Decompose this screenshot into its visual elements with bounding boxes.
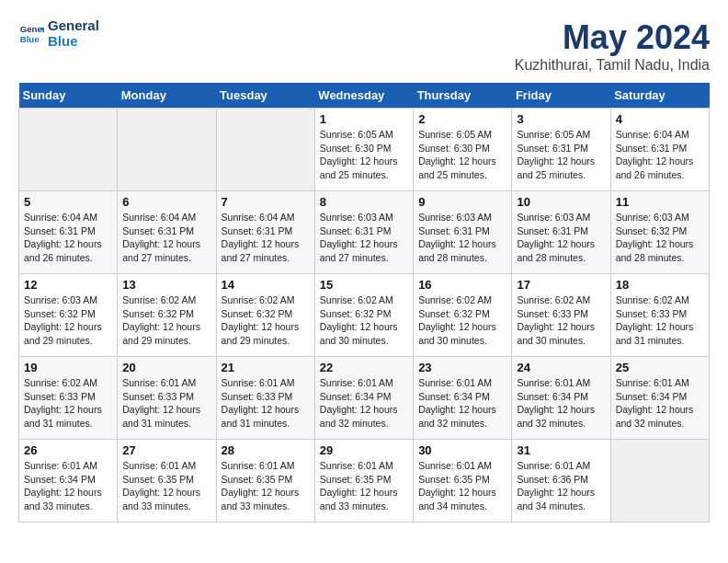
- day-number: 22: [320, 361, 408, 374]
- day-info: Sunrise: 6:04 AM Sunset: 6:31 PM Dayligh…: [24, 211, 112, 265]
- calendar-day: 2Sunrise: 6:05 AM Sunset: 6:30 PM Daylig…: [414, 109, 512, 191]
- day-number: 1: [320, 112, 408, 126]
- calendar-day: 24Sunrise: 6:01 AM Sunset: 6:34 PM Dayli…: [512, 357, 610, 440]
- logo-icon: General Blue: [18, 21, 44, 47]
- day-info: Sunrise: 6:01 AM Sunset: 6:34 PM Dayligh…: [616, 376, 704, 431]
- calendar-day: 6Sunrise: 6:04 AM Sunset: 6:31 PM Daylig…: [118, 191, 216, 274]
- calendar-day: 14Sunrise: 6:02 AM Sunset: 6:32 PM Dayli…: [216, 274, 314, 357]
- calendar-day: 7Sunrise: 6:04 AM Sunset: 6:31 PM Daylig…: [216, 191, 314, 274]
- day-info: Sunrise: 6:02 AM Sunset: 6:32 PM Dayligh…: [222, 293, 310, 348]
- day-info: Sunrise: 6:02 AM Sunset: 6:32 PM Dayligh…: [320, 293, 408, 348]
- day-number: 17: [517, 278, 605, 292]
- day-info: Sunrise: 6:03 AM Sunset: 6:32 PM Dayligh…: [24, 293, 112, 348]
- calendar-day: 16Sunrise: 6:02 AM Sunset: 6:32 PM Dayli…: [414, 274, 512, 357]
- svg-text:General: General: [20, 24, 44, 34]
- logo-text: GeneralBlue: [48, 18, 99, 49]
- day-info: Sunrise: 6:04 AM Sunset: 6:31 PM Dayligh…: [222, 211, 310, 265]
- day-number: 16: [418, 278, 506, 292]
- day-number: 12: [24, 278, 112, 292]
- empty-day: [19, 109, 118, 191]
- day-info: Sunrise: 6:03 AM Sunset: 6:31 PM Dayligh…: [418, 211, 506, 265]
- day-number: 6: [122, 195, 210, 209]
- weekday-header: Wednesday: [314, 83, 413, 109]
- day-info: Sunrise: 6:01 AM Sunset: 6:35 PM Dayligh…: [222, 459, 310, 513]
- day-info: Sunrise: 6:01 AM Sunset: 6:33 PM Dayligh…: [222, 376, 310, 431]
- day-info: Sunrise: 6:05 AM Sunset: 6:30 PM Dayligh…: [320, 128, 408, 182]
- day-number: 27: [122, 443, 210, 457]
- weekday-header: Thursday: [414, 83, 512, 109]
- calendar-day: 22Sunrise: 6:01 AM Sunset: 6:34 PM Dayli…: [314, 357, 413, 440]
- day-info: Sunrise: 6:05 AM Sunset: 6:31 PM Dayligh…: [517, 128, 605, 182]
- location: Kuzhithurai, Tamil Nadu, India: [515, 57, 710, 74]
- day-number: 14: [222, 278, 310, 292]
- day-number: 29: [320, 443, 408, 457]
- calendar-day: 13Sunrise: 6:02 AM Sunset: 6:32 PM Dayli…: [118, 274, 216, 357]
- empty-day: [118, 109, 216, 191]
- day-number: 2: [418, 112, 506, 126]
- weekday-header: Friday: [512, 83, 610, 109]
- day-info: Sunrise: 6:03 AM Sunset: 6:31 PM Dayligh…: [517, 211, 605, 265]
- calendar-day: 28Sunrise: 6:01 AM Sunset: 6:35 PM Dayli…: [216, 440, 314, 523]
- weekday-header: Monday: [118, 83, 216, 109]
- day-number: 8: [320, 195, 408, 209]
- day-info: Sunrise: 6:01 AM Sunset: 6:36 PM Dayligh…: [517, 459, 605, 513]
- calendar-day: 19Sunrise: 6:02 AM Sunset: 6:33 PM Dayli…: [19, 357, 118, 440]
- day-number: 20: [122, 361, 210, 374]
- day-number: 18: [616, 278, 704, 292]
- day-info: Sunrise: 6:02 AM Sunset: 6:33 PM Dayligh…: [616, 293, 704, 348]
- day-number: 7: [222, 195, 310, 209]
- empty-day: [216, 109, 314, 191]
- calendar-day: 26Sunrise: 6:01 AM Sunset: 6:34 PM Dayli…: [19, 440, 118, 523]
- calendar-day: 12Sunrise: 6:03 AM Sunset: 6:32 PM Dayli…: [19, 274, 118, 357]
- day-info: Sunrise: 6:01 AM Sunset: 6:35 PM Dayligh…: [122, 459, 210, 513]
- calendar-day: 18Sunrise: 6:02 AM Sunset: 6:33 PM Dayli…: [610, 274, 709, 357]
- calendar-day: 3Sunrise: 6:05 AM Sunset: 6:31 PM Daylig…: [512, 109, 610, 191]
- day-number: 19: [24, 361, 112, 374]
- calendar-day: 20Sunrise: 6:01 AM Sunset: 6:33 PM Dayli…: [118, 357, 216, 440]
- title-block: May 2024 Kuzhithurai, Tamil Nadu, India: [515, 18, 710, 74]
- day-info: Sunrise: 6:04 AM Sunset: 6:31 PM Dayligh…: [616, 128, 704, 182]
- calendar-day: 1Sunrise: 6:05 AM Sunset: 6:30 PM Daylig…: [314, 109, 413, 191]
- day-number: 13: [122, 278, 210, 292]
- day-number: 5: [24, 195, 112, 209]
- day-info: Sunrise: 6:03 AM Sunset: 6:32 PM Dayligh…: [616, 211, 704, 265]
- calendar-day: 11Sunrise: 6:03 AM Sunset: 6:32 PM Dayli…: [610, 191, 709, 274]
- calendar-day: 25Sunrise: 6:01 AM Sunset: 6:34 PM Dayli…: [610, 357, 709, 440]
- day-info: Sunrise: 6:01 AM Sunset: 6:33 PM Dayligh…: [122, 376, 210, 431]
- day-info: Sunrise: 6:02 AM Sunset: 6:32 PM Dayligh…: [418, 293, 506, 348]
- day-info: Sunrise: 6:03 AM Sunset: 6:31 PM Dayligh…: [320, 211, 408, 265]
- calendar-day: 29Sunrise: 6:01 AM Sunset: 6:35 PM Dayli…: [314, 440, 413, 523]
- day-number: 3: [517, 112, 605, 126]
- calendar-day: 4Sunrise: 6:04 AM Sunset: 6:31 PM Daylig…: [610, 109, 709, 191]
- weekday-header: Sunday: [19, 83, 118, 109]
- day-info: Sunrise: 6:02 AM Sunset: 6:32 PM Dayligh…: [122, 293, 210, 348]
- logo: General Blue GeneralBlue: [18, 18, 99, 49]
- day-info: Sunrise: 6:05 AM Sunset: 6:30 PM Dayligh…: [418, 128, 506, 182]
- page-header: General Blue GeneralBlue May 2024 Kuzhit…: [18, 18, 710, 74]
- day-number: 25: [616, 361, 704, 374]
- day-number: 21: [222, 361, 310, 374]
- calendar-day: 31Sunrise: 6:01 AM Sunset: 6:36 PM Dayli…: [512, 440, 610, 523]
- day-info: Sunrise: 6:04 AM Sunset: 6:31 PM Dayligh…: [122, 211, 210, 265]
- day-number: 24: [517, 361, 605, 374]
- calendar-day: 15Sunrise: 6:02 AM Sunset: 6:32 PM Dayli…: [314, 274, 413, 357]
- calendar-day: 5Sunrise: 6:04 AM Sunset: 6:31 PM Daylig…: [19, 191, 118, 274]
- calendar-day: 9Sunrise: 6:03 AM Sunset: 6:31 PM Daylig…: [414, 191, 512, 274]
- calendar-day: 8Sunrise: 6:03 AM Sunset: 6:31 PM Daylig…: [314, 191, 413, 274]
- day-number: 11: [616, 195, 704, 209]
- day-number: 31: [517, 443, 605, 457]
- day-number: 28: [222, 443, 310, 457]
- day-number: 23: [418, 361, 506, 374]
- day-number: 4: [616, 112, 704, 126]
- month-title: May 2024: [515, 18, 710, 57]
- day-info: Sunrise: 6:01 AM Sunset: 6:35 PM Dayligh…: [418, 459, 506, 513]
- day-info: Sunrise: 6:02 AM Sunset: 6:33 PM Dayligh…: [517, 293, 605, 348]
- day-info: Sunrise: 6:01 AM Sunset: 6:34 PM Dayligh…: [517, 376, 605, 431]
- day-info: Sunrise: 6:01 AM Sunset: 6:34 PM Dayligh…: [418, 376, 506, 431]
- day-info: Sunrise: 6:01 AM Sunset: 6:35 PM Dayligh…: [320, 459, 408, 513]
- day-number: 10: [517, 195, 605, 209]
- day-number: 15: [320, 278, 408, 292]
- day-info: Sunrise: 6:02 AM Sunset: 6:33 PM Dayligh…: [24, 376, 112, 431]
- calendar-day: 17Sunrise: 6:02 AM Sunset: 6:33 PM Dayli…: [512, 274, 610, 357]
- calendar-day: 23Sunrise: 6:01 AM Sunset: 6:34 PM Dayli…: [414, 357, 512, 440]
